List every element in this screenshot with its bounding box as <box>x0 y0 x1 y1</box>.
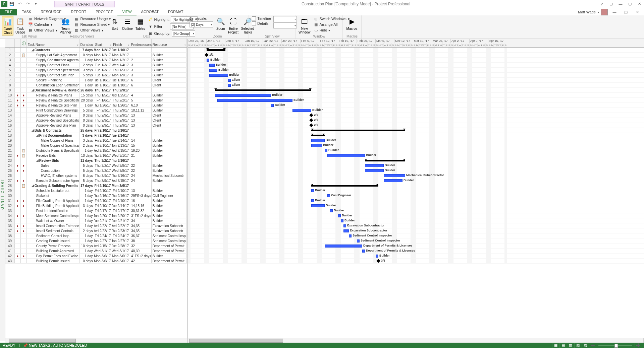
app-icon: P <box>1 1 7 7</box>
window-icon: 🗔 <box>300 17 309 26</box>
tab-task[interactable]: TASK <box>17 9 36 15</box>
res-other-views-button[interactable]: ▥Other Views ▾ <box>73 27 112 33</box>
network-icon: ⊞ <box>28 16 33 21</box>
gantt-icon: 📊 <box>3 17 12 26</box>
hide-icon: ▭ <box>314 28 318 32</box>
tab-resource[interactable]: RESOURCE <box>36 9 66 15</box>
highlight-icon: 🖍 <box>148 17 153 22</box>
macros-button[interactable]: ▶Macros <box>345 16 359 31</box>
group-label: Task Views <box>0 34 57 38</box>
entire-project-button[interactable]: ⛶Entire Project <box>227 16 239 35</box>
help-icon[interactable]: ? <box>597 1 606 7</box>
zoom-button[interactable]: 🔍Zoom <box>215 16 226 31</box>
doc-close-icon[interactable]: ✕ <box>633 9 642 15</box>
minimize-icon[interactable]: — <box>616 1 625 7</box>
macros-icon: ▶ <box>347 17 357 26</box>
avatar[interactable] <box>601 9 608 15</box>
team-icon: 👥 <box>61 17 70 26</box>
tab-view[interactable]: VIEW <box>117 9 136 15</box>
doc-minimize-icon[interactable]: — <box>610 9 619 15</box>
sort-button[interactable]: ⇅Sort <box>109 16 120 31</box>
entire-icon: ⛶ <box>229 17 238 26</box>
group-label: Split View <box>249 34 296 38</box>
views-icon: ▤ <box>28 28 33 32</box>
maximize-icon[interactable]: ▢ <box>625 1 635 7</box>
tab-acrobat[interactable]: ACROBAT <box>137 9 163 15</box>
arrange-icon: ▦ <box>314 22 318 27</box>
timeline-combo[interactable] <box>273 16 297 22</box>
ribbon-tabs: FILETASKRESOURCEREPORTPROJECTVIEWACROBAT… <box>0 8 644 15</box>
ribbon: 📊Gantt Chart 📋Task Usage ⊞Network Diagra… <box>0 15 644 39</box>
tab-report[interactable]: REPORT <box>66 9 91 15</box>
new-window-button[interactable]: 🗔New Window <box>298 16 311 35</box>
team-planner-button[interactable]: 👥Team Planner <box>59 16 72 35</box>
redo-icon[interactable]: ↷ <box>24 1 32 7</box>
save-icon[interactable]: 💾 <box>8 1 15 7</box>
tables-icon: ▦ <box>136 17 145 26</box>
sort-icon: ⇅ <box>110 17 119 26</box>
timescale-label: Timescale: <box>189 16 214 21</box>
window-title: Construction Plan [Compatibility Mode] -… <box>115 2 597 6</box>
res-sheet-icon: ▤ <box>74 22 79 27</box>
res-usage-icon: ▦ <box>74 16 79 21</box>
res-other-icon: ▥ <box>74 28 79 32</box>
filter-icon: ▼ <box>148 24 153 29</box>
contextual-tab-label: GANTT CHART TOOLS <box>54 1 115 7</box>
doc-restore-icon[interactable]: ▢ <box>621 9 631 15</box>
close-icon[interactable]: ✕ <box>635 1 644 7</box>
resource-usage-button[interactable]: ▦Resource Usage ▾ <box>73 16 112 21</box>
group-label: Data <box>107 34 186 38</box>
switch-icon: ⊞ <box>314 16 318 21</box>
undo-icon[interactable]: ↶ <box>16 1 23 7</box>
task-usage-button[interactable]: 📋Task Usage <box>15 16 26 35</box>
timeline-check[interactable]: Timeline <box>251 16 272 21</box>
tab-file[interactable]: FILE <box>0 9 17 15</box>
task-usage-icon: 📋 <box>15 17 25 26</box>
group-label: Zoom <box>186 34 249 38</box>
details-check[interactable]: Details <box>251 21 272 26</box>
outline-button[interactable]: ☰Outline <box>121 16 133 31</box>
zoom-icon: 🔍 <box>216 17 225 26</box>
resource-sheet-button[interactable]: ▤Resource Sheet ▾ <box>73 22 112 27</box>
checkbox-icon <box>252 16 256 20</box>
details-combo[interactable] <box>273 22 297 28</box>
group-label: Window <box>296 34 342 38</box>
gantt-chart-button[interactable]: 📊Gantt Chart <box>2 16 13 36</box>
ribbon-collapse-icon[interactable]: ▢ <box>606 1 616 7</box>
tab-format[interactable]: FORMAT <box>163 9 188 15</box>
checkbox-icon <box>252 21 256 25</box>
user-label[interactable]: Matt Wade ▾ <box>578 10 599 14</box>
tab-project[interactable]: PROJECT <box>91 9 117 15</box>
group-label: Macros <box>343 34 361 38</box>
qat-custom-icon[interactable]: ▾ <box>32 1 40 7</box>
group-label: Resource Views <box>57 34 107 38</box>
outline-icon: ☰ <box>123 17 132 26</box>
calendar-icon: 📅 <box>28 22 33 27</box>
tables-button[interactable]: ▦Tables <box>135 16 146 31</box>
timescale-combo[interactable]: [2] Days <box>190 21 213 27</box>
